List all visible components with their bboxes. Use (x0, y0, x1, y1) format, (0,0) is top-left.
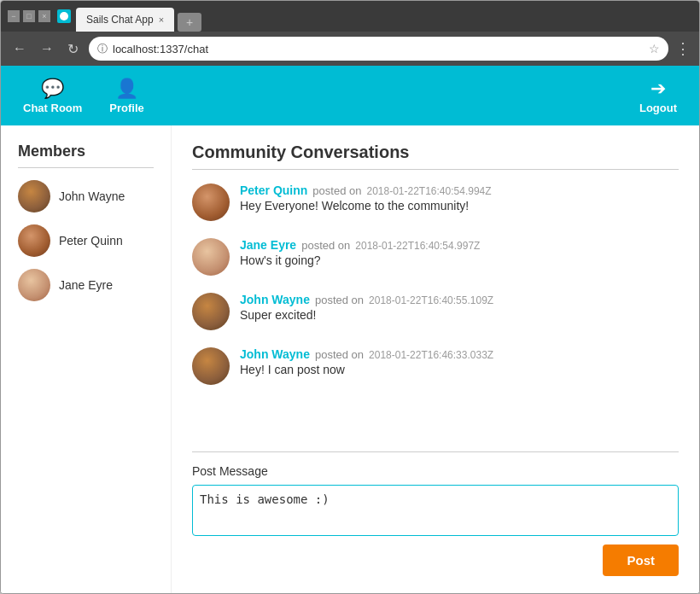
msg-text: How's it going? (240, 253, 480, 267)
msg-author[interactable]: Peter Quinn (240, 183, 307, 197)
window-controls: − □ × (8, 10, 50, 22)
logout-icon: ➔ (650, 78, 666, 100)
tab-title: Sails Chat App (86, 14, 154, 26)
nav-chat-room-label: Chat Room (23, 102, 82, 114)
nav-logout[interactable]: ➔ Logout (626, 71, 691, 121)
msg-content: John Wayne posted on 2018-01-22T16:46:33… (240, 347, 493, 385)
msg-text: Hey Everyone! Welcome to the community! (240, 199, 492, 213)
address-bar: ← → ↻ ⓘ ☆ ⋮ (1, 32, 699, 66)
minimize-button[interactable]: − (8, 10, 20, 22)
main-content: Members John Wayne Peter Quinn Jane Eyre… (1, 125, 699, 593)
msg-author[interactable]: Jane Eyre (240, 238, 296, 252)
maximize-button[interactable]: □ (23, 10, 35, 22)
avatar-john (18, 180, 50, 213)
chat-divider (192, 169, 679, 170)
msg-header: John Wayne posted on 2018-01-22T16:46:33… (240, 347, 493, 361)
chat-title: Community Conversations (192, 143, 679, 162)
msg-content: Peter Quinn posted on 2018-01-22T16:40:5… (240, 183, 492, 221)
tab-close-icon[interactable]: × (159, 15, 164, 25)
app-nav: 💬 Chat Room 👤 Profile ➔ Logout (1, 66, 699, 125)
post-btn-row: Post (192, 544, 679, 576)
nav-chat-room[interactable]: 💬 Chat Room (9, 71, 96, 121)
nav-profile-label: Profile (109, 102, 143, 114)
sidebar: Members John Wayne Peter Quinn Jane Eyre (1, 125, 172, 593)
post-label: Post Message (192, 464, 679, 478)
title-bar: − □ × Sails Chat App × + (1, 1, 699, 32)
address-input[interactable] (113, 43, 644, 55)
msg-content: John Wayne posted on 2018-01-22T16:40:55… (240, 293, 493, 330)
member-item: John Wayne (18, 180, 154, 213)
app-favicon (57, 9, 71, 23)
msg-timestamp: 2018-01-22T16:40:54.997Z (355, 240, 480, 252)
new-tab-button[interactable]: + (178, 13, 201, 32)
post-message-input[interactable]: This is awesome :) (192, 485, 679, 536)
chat-room-icon: 💬 (41, 78, 64, 100)
msg-text: Super excited! (240, 308, 493, 322)
msg-posted: posted on (315, 348, 364, 361)
profile-icon: 👤 (115, 78, 138, 100)
member-name-jane: Jane Eyre (59, 278, 113, 292)
msg-timestamp: 2018-01-22T16:40:55.109Z (369, 294, 493, 306)
msg-content: Jane Eyre posted on 2018-01-22T16:40:54.… (240, 238, 480, 276)
sidebar-title: Members (18, 143, 154, 160)
msg-author[interactable]: John Wayne (240, 347, 310, 361)
tab-area: Sails Chat App × + (76, 1, 692, 32)
avatar-peter (18, 224, 50, 257)
nav-profile[interactable]: 👤 Profile (96, 71, 157, 121)
msg-timestamp: 2018-01-22T16:40:54.994Z (366, 185, 491, 197)
msg-text: Hey! I can post now (240, 363, 493, 376)
lock-icon: ⓘ (97, 42, 108, 56)
sidebar-divider (18, 167, 154, 168)
msg-timestamp: 2018-01-22T16:46:33.033Z (369, 349, 493, 361)
member-name-peter: Peter Quinn (59, 234, 123, 248)
message-item: Peter Quinn posted on 2018-01-22T16:40:5… (192, 183, 672, 221)
msg-header: John Wayne posted on 2018-01-22T16:40:55… (240, 293, 493, 306)
messages-area[interactable]: Peter Quinn posted on 2018-01-22T16:40:5… (192, 183, 679, 445)
browser-window: − □ × Sails Chat App × + ← → ↻ ⓘ ☆ ⋮ 💬 (0, 0, 700, 594)
chat-area: Community Conversations Peter Quinn post… (172, 125, 699, 593)
msg-posted: posted on (315, 294, 364, 306)
message-item: Jane Eyre posted on 2018-01-22T16:40:54.… (192, 238, 672, 276)
post-divider (192, 451, 679, 452)
browser-menu-icon[interactable]: ⋮ (675, 39, 691, 58)
forward-button[interactable]: → (37, 39, 57, 58)
msg-header: Jane Eyre posted on 2018-01-22T16:40:54.… (240, 238, 480, 252)
msg-avatar-john (192, 293, 230, 330)
msg-avatar-jane (192, 238, 230, 276)
msg-author[interactable]: John Wayne (240, 293, 310, 306)
nav-logout-label: Logout (639, 102, 677, 114)
msg-avatar-peter (192, 183, 230, 221)
msg-header: Peter Quinn posted on 2018-01-22T16:40:5… (240, 183, 492, 197)
close-button[interactable]: × (38, 10, 50, 22)
avatar-jane (18, 269, 50, 301)
member-name-john: John Wayne (59, 189, 125, 203)
bookmark-icon[interactable]: ☆ (649, 42, 660, 55)
active-tab[interactable]: Sails Chat App × (76, 8, 174, 32)
member-item: Jane Eyre (18, 269, 154, 301)
post-button[interactable]: Post (603, 544, 679, 576)
member-item: Peter Quinn (18, 224, 154, 257)
msg-posted: posted on (301, 239, 350, 252)
msg-posted: posted on (312, 184, 361, 197)
svg-point-0 (60, 12, 68, 20)
message-item: John Wayne posted on 2018-01-22T16:40:55… (192, 293, 672, 330)
message-item: John Wayne posted on 2018-01-22T16:46:33… (192, 347, 672, 385)
back-button[interactable]: ← (9, 39, 30, 58)
msg-avatar-john2 (192, 347, 230, 385)
address-input-wrap: ⓘ ☆ (89, 37, 668, 61)
reload-button[interactable]: ↻ (64, 39, 82, 59)
